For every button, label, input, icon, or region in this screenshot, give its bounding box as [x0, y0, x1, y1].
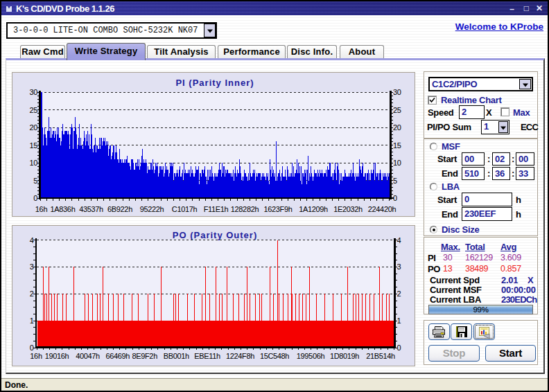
svg-text:16h: 16h [30, 352, 42, 360]
svg-text:30: 30 [29, 88, 37, 96]
svg-text:0: 0 [393, 194, 397, 202]
svg-text:3: 3 [30, 262, 34, 271]
svg-text:19016h: 19016h [45, 352, 69, 360]
svg-text:4: 4 [30, 236, 34, 244]
svg-text:4: 4 [397, 236, 401, 244]
svg-text:25: 25 [393, 106, 401, 114]
svg-text:40047h: 40047h [76, 352, 100, 360]
svg-text:25: 25 [29, 106, 37, 114]
svg-text:1A1209h: 1A1209h [299, 205, 328, 213]
svg-text:224420h: 224420h [368, 205, 397, 213]
svg-text:C1017h: C1017h [172, 205, 198, 213]
svg-text:66469h: 66469h [105, 352, 130, 360]
svg-text:0: 0 [33, 194, 37, 202]
svg-text:20: 20 [393, 123, 401, 132]
svg-text:5: 5 [33, 177, 37, 185]
svg-text:20: 20 [29, 123, 37, 132]
svg-text:PO (Parity Outer): PO (Parity Outer) [173, 230, 257, 240]
svg-text:6B922h: 6B922h [107, 205, 132, 213]
svg-text:21B514h: 21B514h [366, 352, 395, 360]
svg-text:5: 5 [393, 177, 397, 185]
svg-text:128282h: 128282h [231, 205, 259, 213]
svg-text:EBE11h: EBE11h [194, 352, 220, 360]
svg-text:10: 10 [393, 159, 401, 167]
svg-text:15: 15 [393, 141, 401, 150]
svg-text:10: 10 [29, 159, 37, 167]
svg-text:3: 3 [397, 262, 401, 271]
svg-text:0: 0 [397, 344, 401, 352]
svg-text:1A836h: 1A836h [51, 205, 76, 213]
svg-text:8E9F2h: 8E9F2h [132, 352, 157, 360]
svg-text:1E2032h: 1E2032h [333, 205, 363, 213]
svg-text:95222h: 95222h [140, 205, 164, 213]
svg-text:1623F9h: 1623F9h [264, 205, 293, 213]
svg-text:199506h: 199506h [297, 352, 325, 360]
svg-text:2: 2 [397, 289, 401, 298]
svg-text:15C548h: 15C548h [260, 352, 289, 360]
svg-text:15: 15 [29, 141, 37, 150]
svg-text:PI (Parity Inner): PI (Parity Inner) [175, 78, 254, 88]
svg-text:43537h: 43537h [79, 205, 103, 213]
svg-text:16h: 16h [35, 205, 48, 213]
svg-text:30: 30 [393, 88, 401, 96]
svg-text:1: 1 [30, 317, 34, 325]
svg-text:F11E1h: F11E1h [204, 205, 229, 213]
svg-text:2: 2 [30, 289, 34, 298]
svg-text:1: 1 [397, 317, 401, 325]
svg-text:0: 0 [30, 344, 34, 352]
svg-text:BB001h: BB001h [164, 352, 189, 360]
svg-text:1D8019h: 1D8019h [330, 352, 359, 360]
svg-text:1224F8h: 1224F8h [226, 352, 254, 360]
